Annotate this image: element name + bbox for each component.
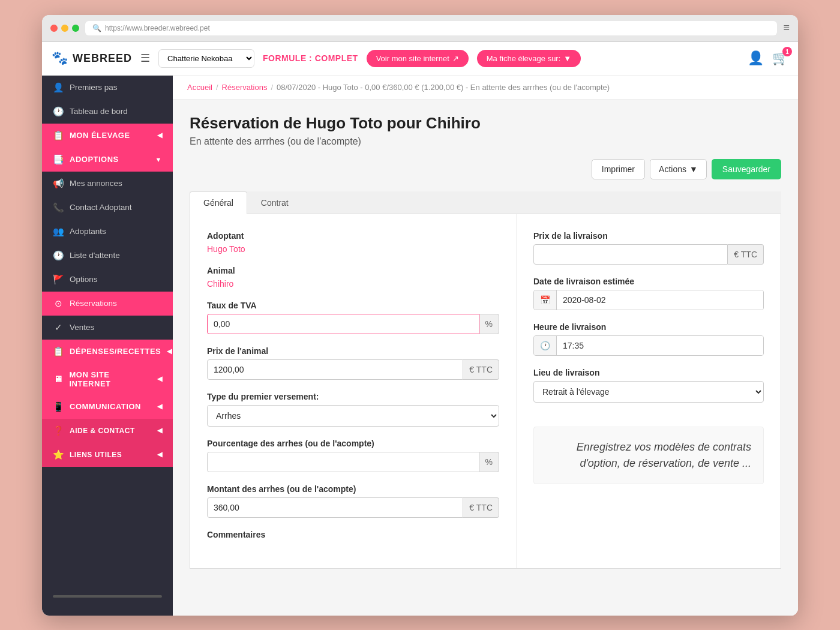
animal-group: Animal Chihiro [207,266,499,289]
dot-yellow[interactable] [61,25,68,32]
chevron-left-icon: ◀ [157,131,163,139]
sidebar-item-adoptions[interactable]: 📑 ADOPTIONS ▼ [42,148,173,172]
search-icon: 🔍 [92,24,101,32]
sidebar-item-reservations[interactable]: ⊙ Réservations [42,292,173,316]
tab-contrat[interactable]: Contrat [247,191,302,214]
premier-versement-group: Type du premier versement: Arrhes Acompt… [207,392,499,427]
heure-livraison-label: Heure de livraison [533,322,764,332]
tva-input-group: % [207,314,499,334]
prix-animal-group: Prix de l'animal € TTC [207,346,499,380]
tva-input[interactable] [207,314,479,334]
montant-input-group: € TTC [207,497,499,518]
voir-site-button[interactable]: Voir mon site internet ↗ [367,50,469,67]
sidebar-item-premiers-pas[interactable]: 👤 Premiers pas [42,76,173,100]
form-right: Prix de la livraison € TTC Date de livra… [517,214,781,568]
date-livraison-group: Date de livraison estimée 📅 [533,277,764,310]
date-livraison-input-group: 📅 [533,290,764,310]
adoptant-link[interactable]: Hugo Toto [207,244,245,254]
animal-link[interactable]: Chihiro [207,279,233,289]
animal-label: Animal [207,266,499,275]
chatterie-dropdown[interactable]: Chatterie Nekobaa [158,49,254,68]
sidebar-item-depenses[interactable]: 📋 DÉPENSES/RECETTES ◀ [42,340,173,364]
montant-input[interactable] [207,497,463,518]
sidebar-item-mon-elevage[interactable]: 📋 MON ÉLEVAGE ◀ [42,124,173,148]
sidebar-item-tableau-bord[interactable]: 🕐 Tableau de bord [42,100,173,124]
lieu-livraison-select[interactable]: Retrait à l'élevage Livraison à domicile… [533,381,764,403]
sidebar-label: LIENS UTILES [70,451,122,459]
mobile-icon: 📱 [53,401,64,412]
chevron-left-icon: ◀ [157,427,163,434]
actions-button[interactable]: Actions ▼ [650,159,707,179]
page-content: Réservation de Hugo Toto pour Chihiro En… [173,100,798,583]
sidebar-item-options[interactable]: 🚩 Options [42,268,173,292]
prix-animal-input[interactable] [207,359,463,380]
user-icon[interactable]: 👤 [748,50,764,66]
promo-box: Enregistrez vos modèles de contrats d'op… [533,427,764,484]
prix-animal-suffix: € TTC [463,359,499,380]
notification-count: 1 [782,47,792,56]
sidebar-label: MON SITE INTERNET [70,370,151,388]
sidebar-item-ventes[interactable]: ✓ Ventes [42,316,173,340]
top-nav-right: 👤 🛒 1 [748,50,788,66]
premier-versement-label: Type du premier versement: [207,392,499,401]
browser-menu-icon[interactable]: ≡ [783,22,790,34]
browser-dots [50,25,79,32]
pourcentage-suffix: % [479,452,499,472]
montant-group: Montant des arrhes (ou de l'acompte) € T… [207,484,499,518]
sidebar-label: Réservations [70,299,117,308]
sidebar-item-adoptants[interactable]: 👥 Adoptants [42,220,173,244]
heure-livraison-group: Heure de livraison 🕐 [533,322,764,356]
clock-icon: 🕐 [53,250,64,261]
dot-green[interactable] [72,25,79,32]
sauvegarder-button[interactable]: Sauvegarder [712,159,781,179]
breadcrumb-reservations[interactable]: Réservations [222,83,268,92]
clipboard-icon: 📋 [53,346,64,357]
url-text: https://www.breeder.webreed.pet [105,24,210,32]
sidebar-item-mes-annonces[interactable]: 📢 Mes annonces [42,172,173,196]
tabs: Général Contrat [190,191,781,214]
action-row: Imprimer Actions ▼ Sauvegarder [190,159,781,179]
app-layout: 🐾 WEBREED ☰ Chatterie Nekobaa FORMULE : … [42,42,798,616]
breadcrumb-sep-1: / [216,83,218,92]
sidebar-label: ADOPTIONS [70,155,119,164]
chevron-left-icon: ◀ [157,375,163,383]
sidebar: 👤 Premiers pas 🕐 Tableau de bord 📋 MON É… [42,76,173,616]
sidebar-item-communication[interactable]: 📱 COMMUNICATION ◀ [42,395,173,419]
imprimer-button[interactable]: Imprimer [592,159,645,179]
group-icon: 👥 [53,226,64,237]
sidebar-item-liste-attente[interactable]: 🕐 Liste d'attente [42,244,173,268]
sidebar-item-contact-adoptant[interactable]: 📞 Contact Adoptant [42,196,173,220]
date-livraison-input[interactable] [557,290,763,310]
pourcentage-input[interactable] [207,452,479,472]
calendar-icon: 📅 [534,290,557,310]
logo-area: 🐾 WEBREED [52,50,132,66]
heure-livraison-input[interactable] [557,336,763,355]
chevron-left-icon: ◀ [157,451,163,458]
fiche-elevage-button[interactable]: Ma fiche élevage sur: ▼ [477,50,581,67]
tva-group: Taux de TVA % [207,301,499,334]
address-bar[interactable]: 🔍 https://www.breeder.webreed.pet [85,21,777,35]
sidebar-label: Adoptants [70,227,106,236]
sidebar-item-mon-site[interactable]: 🖥 MON SITE INTERNET ◀ [42,364,173,395]
notification-badge[interactable]: 🛒 1 [772,50,788,66]
form-panel: Adoptant Hugo Toto Animal Chihiro [190,214,781,569]
sidebar-label: Contact Adoptant [70,203,132,212]
phone-icon: 📞 [53,202,64,213]
sidebar-label: Options [70,275,98,284]
premier-versement-select[interactable]: Arrhes Acompte Aucun [207,405,499,427]
hamburger-icon[interactable]: ☰ [140,52,150,65]
sidebar-item-liens-utiles[interactable]: ⭐ LIENS UTILES ◀ [42,443,173,467]
breadcrumb-home[interactable]: Accueil [187,83,212,92]
form-body: Adoptant Hugo Toto Animal Chihiro [190,214,781,568]
sidebar-item-aide-contact[interactable]: ❓ AIDE & CONTACT ◀ [42,419,173,443]
dot-red[interactable] [50,25,58,32]
date-livraison-label: Date de livraison estimée [533,277,764,286]
user-icon: 👤 [53,82,64,93]
sidebar-label: AIDE & CONTACT [70,427,135,435]
tab-general[interactable]: Général [190,191,247,214]
monitor-icon: 🖥 [53,374,64,384]
form-left: Adoptant Hugo Toto Animal Chihiro [190,214,517,568]
prix-livraison-input[interactable] [533,244,728,265]
prix-livraison-suffix: € TTC [728,244,764,265]
sidebar-label: Premiers pas [70,83,118,92]
